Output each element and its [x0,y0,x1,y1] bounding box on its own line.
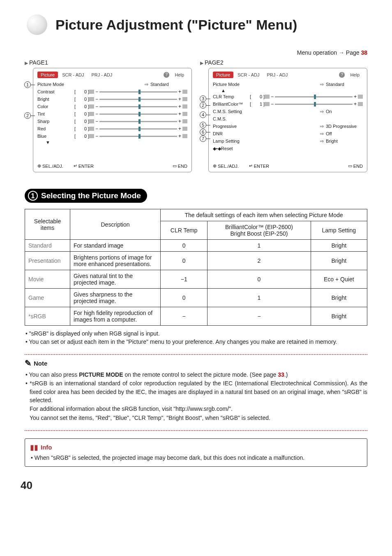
brilliant-val: 1 [254,102,262,107]
callout-3: 3 [200,95,206,102]
note-memory: • You can set or adjust each item in the… [25,338,367,346]
mode-name: Presentation [25,252,70,270]
menu-op-text: Menu operation [297,49,337,56]
mode-lamp: Bright [311,289,367,307]
mode-bc: 1 [208,240,311,252]
dnr-val: Off [326,131,363,136]
slider-value: 0 [78,134,87,139]
mode-lamp: Eco + Quiet [311,270,367,289]
mode-clr: − [161,307,208,326]
picture-mode-value: Standard [326,82,363,87]
post-table-notes: • "sRGB" is displayed only when RGB sign… [25,330,367,346]
picture-mode-table: Selectable items Description The default… [25,209,367,326]
note-heading: Note [34,360,47,367]
footer-sel: ⊕ SEL./ADJ. [213,163,239,169]
mode-name: Standard [25,240,70,252]
table-row: Standard For standard image 0 1 Bright [25,240,367,252]
page-ref-number: 38 [361,49,367,56]
help-icon: ? [339,72,345,78]
osd-tab-picture: Picture [213,72,233,78]
hdr-default: The default settings of each item when s… [161,209,367,221]
picture-mode-label: Picture Mode [37,82,74,87]
menu-operation-ref: Menu operation → Page 38 [25,49,367,56]
osd-tab-help: Help [347,72,363,78]
footer-end: ▭ END [173,163,187,169]
slider-label: Red [37,126,74,131]
callout-1: 1 [24,81,31,88]
table-row: Game Gives sharpness to the projected im… [25,289,367,307]
mode-lamp: Bright [311,240,367,252]
callout-2: 2 [24,112,31,119]
slider-value: 0 [78,89,87,94]
mode-bc: − [208,307,311,326]
reset-icon: ◆•◆ [213,146,221,151]
page-ref-label: Page [346,49,360,56]
slider-value: 0 [78,111,87,116]
slider-label: Tint [37,111,74,116]
picture-mode-label: Picture Mode [213,82,250,87]
decorative-sphere [25,12,49,37]
slider-label: Color [37,104,74,109]
mode-clr: 0 [161,240,208,252]
note-l1a: • You can also press [25,371,79,378]
hdr-clr: CLR Temp [161,221,208,240]
note-icon: ✎ [25,358,32,368]
footer-sel: ⊕ SEL./ADJ. [37,163,63,169]
hdr-bc: BrilliantColor™ (EIP-2600) Bright Boost … [208,221,311,240]
hdr-selectable: Selectable items [25,209,70,240]
slider-value: 0 [78,119,87,124]
osd-tab-picture: Picture [37,72,58,78]
table-row: *sRGB For high fidelity reproduction of … [25,307,367,326]
note-srgb-rgb: • "sRGB" is displayed only when RGB sign… [25,330,367,338]
scroll-up-icon: ▲ [213,88,363,93]
osd-panel-page1: 1 2 Picture SCR - ADJ PRJ - ADJ ? Help P… [33,68,192,172]
osd-tab-scr: SCR - ADJ [234,72,263,78]
footer-enter: ↵ ENTER [74,163,94,169]
mode-desc: For high fidelity reproduction of images… [70,307,161,326]
section-number: 1 [28,191,38,201]
cms-setting-val: On [326,109,363,114]
progressive-val: 3D Progressive [326,124,363,129]
note-l2: • *sRGB is an international standard of … [25,379,367,404]
arrow-right-icon: → [339,49,346,56]
slider-value: 0 [78,126,87,131]
panel-label-page2: PAGE2 [200,59,367,66]
mode-clr: 0 [161,252,208,270]
mode-desc: Gives natural tint to the projected imag… [70,270,161,289]
info-body-text: • When "sRGB" is selected, the projected… [30,454,362,462]
brilliant-label: BrilliantColor™ [213,102,250,107]
info-box: ▮▮ Info • When "sRGB" is selected, the p… [25,438,367,467]
table-row: Movie Gives natural tint to the projecte… [25,270,367,289]
note-l1d: .) [284,371,288,378]
footer-enter: ↵ ENTER [249,163,269,169]
mode-clr: 0 [161,289,208,307]
slider-label: Blue [37,134,74,139]
slider-label: Sharp [37,119,74,124]
panel-label-page1: PAGE1 [25,59,192,66]
slider-row: Tint [0] −+ [37,110,187,118]
osd-tab-help: Help [171,72,187,78]
slider-row: Blue [0] −+ [37,132,187,140]
callout-7: 7 [200,135,206,142]
table-row: Presentation Brightens portions of image… [25,252,367,270]
section-heading-1: 1 Selecting the Picture Mode [25,189,147,203]
note-l1c: on the remote control to select the pict… [123,371,278,378]
mode-name: Movie [25,270,70,289]
mode-lamp: Bright [311,252,367,270]
clr-temp-val: 0 [254,94,262,99]
note-l1b: PICTURE MODE [79,371,123,378]
slider-row: Red [0] −+ [37,125,187,132]
mode-name: Game [25,289,70,307]
footer-end: ▭ END [348,163,363,169]
slider-value: 0 [78,104,87,109]
mode-bc: 2 [208,252,311,270]
picture-mode-value: Standard [150,82,187,87]
slider-row: Bright [0] −+ [37,95,187,103]
mode-bc: 0 [208,270,311,289]
callout-5: 5 [200,122,206,128]
mode-desc: Gives sharpness to the projected image. [70,289,161,307]
osd-tab-scr: SCR - ADJ [59,72,87,78]
dotted-divider [25,354,367,355]
help-icon: ? [164,72,169,78]
clr-temp-label: CLR Temp [213,94,250,99]
